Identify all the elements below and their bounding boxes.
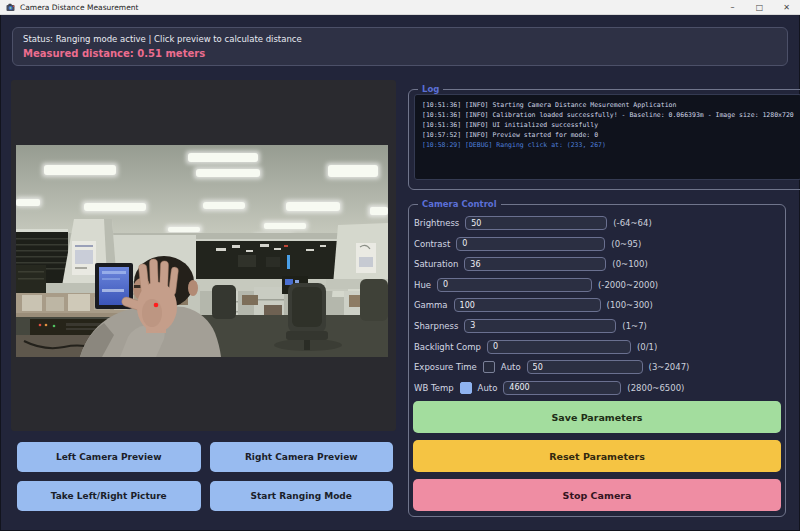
exposure-auto-checkbox[interactable] — [483, 361, 495, 373]
wb-temp-input[interactable] — [503, 381, 621, 395]
status-box: Status: Ranging mode active | Click prev… — [12, 27, 788, 66]
hue-label: Hue — [414, 280, 431, 290]
start-ranging-button[interactable]: Start Ranging Mode — [210, 481, 394, 511]
maximize-icon[interactable]: □ — [746, 0, 773, 15]
titlebar: Camera Distance Measurement – □ ✕ — [0, 0, 800, 15]
gamma-row: Gamma (100~300) — [414, 298, 777, 312]
hue-row: Hue (-2000~2000) — [414, 278, 777, 292]
log-output[interactable]: [10:51:36] [INFO] Starting Camera Distan… — [414, 94, 800, 180]
preview-button-grid: Left Camera Preview Right Camera Preview… — [17, 442, 393, 511]
camera-control-group-title: Camera Control — [418, 199, 501, 209]
hue-range: (-2000~2000) — [598, 280, 658, 290]
wb-temp-label: WB Temp — [414, 383, 454, 393]
pillar-poster — [72, 241, 96, 275]
backlight-comp-label: Backlight Comp — [414, 342, 481, 352]
camera-control-groupbox: Camera Control Brightness (-64~64) Contr… — [408, 199, 786, 517]
contrast-input[interactable] — [456, 237, 605, 251]
contrast-label: Contrast — [414, 239, 450, 249]
hue-input[interactable] — [437, 278, 592, 292]
log-group-title: Log — [418, 84, 443, 94]
camera-control-rows: Brightness (-64~64) Contrast (0~95) Satu… — [414, 216, 777, 395]
minimize-icon[interactable]: – — [719, 0, 746, 15]
saturation-label: Saturation — [414, 259, 458, 269]
measured-distance-text: Measured distance: 0.51 meters — [23, 46, 777, 61]
sharpness-row: Sharpness (1~7) — [414, 319, 777, 333]
left-camera-preview-button[interactable]: Left Camera Preview — [17, 442, 201, 472]
sharpness-range: (1~7) — [622, 321, 647, 331]
backlight-comp-range: (0/1) — [637, 342, 657, 352]
sharpness-input[interactable] — [464, 319, 616, 333]
log-line: [10:51:36] [INFO] Starting Camera Distan… — [422, 100, 794, 110]
log-groupbox: Log [10:51:36] [INFO] Starting Camera Di… — [408, 84, 800, 190]
gamma-input[interactable] — [454, 298, 601, 312]
status-text: Status: Ranging mode active | Click prev… — [23, 33, 777, 46]
exposure-time-row: Exposure Time Auto (3~2047) — [414, 360, 777, 374]
right-camera-preview-button[interactable]: Right Camera Preview — [210, 442, 394, 472]
saturation-row: Saturation (0~100) — [414, 257, 777, 271]
exposure-time-input[interactable] — [527, 360, 643, 374]
sharpness-label: Sharpness — [414, 321, 458, 331]
gamma-label: Gamma — [414, 300, 448, 310]
backlight-comp-row: Backlight Comp (0/1) — [414, 340, 777, 354]
reset-parameters-button[interactable]: Reset Parameters — [413, 440, 781, 472]
save-parameters-button[interactable]: Save Parameters — [413, 401, 781, 433]
parameter-buttons: Save Parameters Reset Parameters Stop Ca… — [413, 401, 781, 511]
brightness-label: Brightness — [414, 218, 459, 228]
stop-camera-button[interactable]: Stop Camera — [413, 479, 781, 511]
contrast-range: (0~95) — [611, 239, 641, 249]
log-line: [10:58:29] [DEBUG] Ranging click at: (23… — [422, 140, 794, 150]
backlight-comp-input[interactable] — [487, 340, 631, 354]
take-picture-button[interactable]: Take Left/Right Picture — [17, 481, 201, 511]
camera-preview-video[interactable] — [16, 145, 388, 357]
camera-preview-panel — [11, 80, 396, 431]
window-controls: – □ ✕ — [719, 0, 800, 15]
saturation-input[interactable] — [464, 257, 606, 271]
wb-temp-range: (2800~6500) — [627, 383, 684, 393]
wb-auto-label: Auto — [478, 383, 498, 393]
log-line: [10:57:52] [INFO] Preview started for mo… — [422, 130, 794, 140]
contrast-row: Contrast (0~95) — [414, 237, 777, 251]
exposure-time-label: Exposure Time — [414, 362, 477, 372]
log-line: [10:51:36] [INFO] UI initialized success… — [422, 120, 794, 130]
gamma-range: (100~300) — [607, 300, 653, 310]
window-title: Camera Distance Measurement — [20, 3, 719, 12]
exposure-auto-label: Auto — [501, 362, 521, 372]
saturation-range: (0~100) — [612, 259, 647, 269]
brightness-range: (-64~64) — [613, 218, 651, 228]
ranging-marker — [154, 303, 159, 308]
app-icon — [6, 3, 15, 12]
log-line: [10:51:36] [INFO] Calibration loaded suc… — [422, 110, 794, 120]
exposure-time-range: (3~2047) — [649, 362, 690, 372]
close-icon[interactable]: ✕ — [773, 0, 800, 15]
brightness-row: Brightness (-64~64) — [414, 216, 777, 230]
wb-temp-row: WB Temp Auto (2800~6500) — [414, 381, 777, 395]
brightness-input[interactable] — [465, 216, 607, 230]
wb-auto-checkbox[interactable] — [460, 382, 472, 394]
pillar-poster-right — [356, 243, 376, 273]
